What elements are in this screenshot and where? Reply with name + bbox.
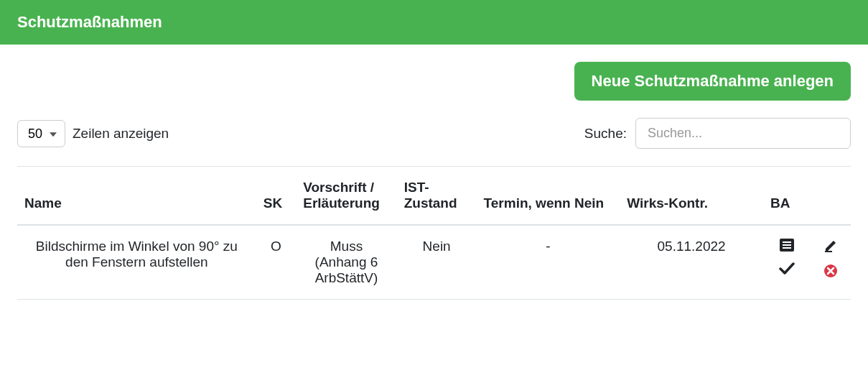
cell-name: Bildschirme im Winkel von 90° zu den Fen… [17,225,256,300]
header-vorschrift[interactable]: Vorschrift / Erläuterung [296,167,396,226]
svg-rect-3 [783,247,791,249]
protection-table: Name SK Vorschrift / Erläuterung IST-Zus… [17,166,851,300]
svg-rect-1 [783,241,791,243]
cell-actions [811,225,851,300]
content-area: Neue Schutzmaßnahme anlegen 50 Zeilen an… [0,45,868,300]
list-icon[interactable] [780,239,794,255]
page-size-select-wrap: 50 [17,120,65,147]
header-ba[interactable]: BA [763,167,811,226]
header-sk[interactable]: SK [256,167,296,226]
table-row: Bildschirme im Winkel von 90° zu den Fen… [17,225,851,300]
cell-ba [763,225,811,300]
pagination-controls: 50 Zeilen anzeigen [17,120,169,147]
header-bar: Schutzmaßnahmen [0,0,868,45]
svg-rect-2 [783,244,791,246]
cell-termin: - [477,225,620,300]
edit-icon[interactable] [823,239,838,257]
table-header-row: Name SK Vorschrift / Erläuterung IST-Zus… [17,167,851,226]
header-actions [811,167,851,226]
cell-ist: Nein [397,225,477,300]
header-wirks[interactable]: Wirks-Kontr. [620,167,763,226]
top-actions: Neue Schutzmaßnahme anlegen [17,62,851,101]
rows-label: Zeilen anzeigen [73,126,169,142]
header-ist[interactable]: IST-Zustand [397,167,477,226]
search-label: Suche: [584,126,627,142]
header-name[interactable]: Name [17,167,256,226]
cell-vorschrift: Muss (Anhang 6 ArbStättV) [296,225,396,300]
new-protection-button[interactable]: Neue Schutzmaßnahme anlegen [574,62,851,101]
page-size-select[interactable]: 50 [17,120,65,147]
delete-icon[interactable] [823,264,838,282]
ba-icons [770,239,804,279]
page-title: Schutzmaßnahmen [17,13,162,31]
row-action-icons [818,239,844,282]
header-termin[interactable]: Termin, wenn Nein [477,167,620,226]
check-icon[interactable] [779,262,795,279]
cell-wirks: 05.11.2022 [620,225,763,300]
search-input[interactable] [635,118,851,149]
search-controls: Suche: [584,118,851,149]
cell-sk: O [256,225,296,300]
controls-row: 50 Zeilen anzeigen Suche: [17,118,851,149]
